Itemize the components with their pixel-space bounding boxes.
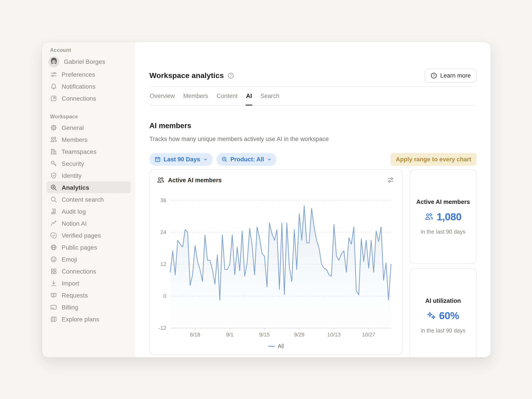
chart-card: Active AI members 3624120-128/189/19/159… [149, 169, 403, 355]
sidebar-item-notifications[interactable]: Notifications [47, 80, 131, 92]
svg-text:10/27: 10/27 [362, 332, 375, 338]
stat-caption: in the last 90 days [421, 327, 466, 334]
search-icon [50, 196, 57, 203]
sidebar-item-label: Requests [62, 291, 88, 298]
sidebar-item-security[interactable]: Security [47, 157, 131, 169]
sidebar-item-label: General [62, 124, 84, 131]
sidebar-item-notion-ai[interactable]: Notion AI [47, 217, 131, 229]
zoom-plus-icon [50, 184, 57, 191]
sidebar-item-general[interactable]: General [47, 121, 131, 133]
gear-icon [50, 124, 57, 131]
chevron-down-icon [203, 157, 208, 162]
stat-caption: in the last 90 days [421, 228, 466, 235]
sidebar-item-content-search[interactable]: Content search [47, 193, 131, 205]
date-range-filter[interactable]: Last 90 Days [149, 153, 213, 166]
chevron-down-icon [267, 157, 272, 162]
sliders-icon [387, 177, 394, 184]
sidebar-item-label: Gabriel Borges [64, 58, 105, 65]
sidebar-item-explore-plans[interactable]: Explore plans [47, 313, 131, 325]
sidebar-item-label: Security [62, 160, 84, 167]
sidebar-item-teamspaces[interactable]: Teamspaces [47, 146, 131, 157]
sidebar-item-label: Connections [62, 95, 96, 102]
sidebar-item-preferences[interactable]: Preferences [47, 68, 131, 80]
sidebar-item-account-connections[interactable]: Connections [47, 92, 131, 104]
sidebar-item-label: Notion AI [62, 220, 87, 227]
smiley-icon [50, 256, 57, 263]
sidebar-item-members[interactable]: Members [47, 133, 131, 146]
sidebar-item-import[interactable]: Import [47, 277, 131, 289]
svg-text:9/1: 9/1 [226, 332, 234, 338]
sidebar-item-account-user[interactable]: Gabriel Borges [47, 55, 131, 68]
help-icon[interactable]: ? [228, 72, 234, 79]
sidebar-item-label: Preferences [62, 71, 95, 78]
sidebar-item-identity[interactable]: Identity [47, 169, 131, 181]
audit-log-icon [50, 208, 57, 215]
sidebar-item-label: Content search [62, 196, 104, 203]
sidebar-section-label: Account [47, 47, 131, 55]
import-icon [50, 279, 57, 287]
learn-more-button[interactable]: ? Learn more [425, 69, 477, 82]
sidebar-item-requests[interactable]: Requests [47, 289, 131, 301]
tabs: OverviewMembersContentAISearch [149, 93, 477, 106]
svg-text:0: 0 [163, 293, 166, 299]
sidebar-section-label: Workspace [47, 114, 131, 121]
notion-ai-icon [50, 220, 57, 227]
sidebar-item-label: Emoji [62, 256, 77, 263]
page-title: Workspace analytics [149, 71, 224, 80]
sidebar-section-account: AccountGabriel BorgesPreferencesNotifica… [47, 47, 131, 104]
apply-range-button[interactable]: Apply range to every chart [390, 153, 477, 166]
sidebar-item-label: Public pages [62, 244, 97, 251]
external-link-icon [50, 95, 57, 102]
chart-legend: All [157, 343, 395, 349]
bell-icon [50, 83, 57, 90]
product-filter[interactable]: Product: All [216, 153, 276, 166]
avatar [48, 56, 59, 67]
sidebar-item-billing[interactable]: Billing [47, 301, 131, 313]
sidebar-item-label: Members [62, 136, 88, 143]
product-filter-label: Product: All [230, 156, 264, 163]
svg-text:-12: -12 [158, 325, 166, 331]
header-divider [149, 86, 477, 87]
sidebar-item-workspace-connections[interactable]: Connections [47, 265, 131, 277]
stat-title: Active AI members [416, 198, 470, 205]
grid-icon [50, 267, 57, 275]
stat-card-active-ai-members: Active AI members 1,080 in the last 90 d… [410, 169, 477, 264]
sidebar-item-audit-log[interactable]: Audit log [47, 205, 131, 217]
sidebar-item-label: Audit log [62, 208, 86, 215]
svg-text:12: 12 [160, 261, 166, 267]
zoom-plus-icon [221, 156, 228, 163]
tab-search[interactable]: Search [260, 93, 280, 106]
svg-text:?: ? [230, 74, 232, 78]
line-chart: 3624120-128/189/19/159/2910/1310/27 [157, 187, 395, 340]
tab-content[interactable]: Content [216, 93, 238, 106]
verified-icon [50, 232, 57, 239]
learn-more-label: Learn more [440, 72, 471, 79]
settings-modal: AccountGabriel BorgesPreferencesNotifica… [42, 42, 491, 357]
tab-overview[interactable]: Overview [149, 93, 175, 106]
tab-members[interactable]: Members [183, 93, 209, 106]
sidebar-item-analytics[interactable]: Analytics [47, 181, 131, 193]
svg-text:9/15: 9/15 [259, 332, 270, 338]
tab-ai[interactable]: AI [246, 93, 253, 106]
sidebar-item-label: Notifications [62, 83, 95, 90]
svg-text:24: 24 [160, 229, 166, 235]
people-icon [50, 136, 57, 143]
sidebar-item-public-pages[interactable]: Public pages [47, 241, 131, 253]
legend-line-swatch [268, 346, 275, 347]
shield-check-icon [50, 172, 57, 179]
section-subtitle: Tracks how many unique members actively … [149, 136, 477, 142]
sidebar-item-emoji[interactable]: Emoji [47, 253, 131, 265]
chart-settings-button[interactable] [386, 176, 395, 184]
svg-text:36: 36 [160, 197, 166, 203]
analytics-content: Active AI members 3624120-128/189/19/159… [149, 169, 477, 357]
sidebar: AccountGabriel BorgesPreferencesNotifica… [42, 42, 135, 357]
screen: AccountGabriel BorgesPreferencesNotifica… [0, 0, 532, 399]
building-icon [50, 148, 57, 155]
section-title: AI members [149, 121, 477, 130]
filter-row: Last 90 Days Product: All [149, 153, 477, 166]
main-content: Workspace analytics ? ? [135, 42, 491, 357]
sidebar-item-verified-pages[interactable]: Verified pages [47, 229, 131, 241]
stat-card-ai-utilization: AI utilization 60% in the last 90 days [410, 268, 477, 357]
calendar-icon [154, 156, 161, 163]
map-icon [50, 316, 57, 323]
